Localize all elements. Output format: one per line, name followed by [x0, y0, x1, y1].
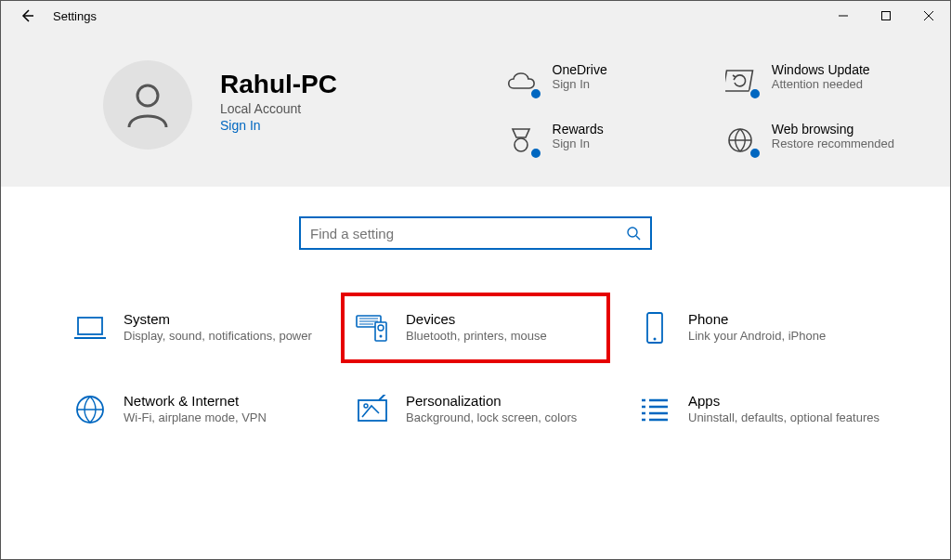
onedrive-card[interactable]: OneDrive Sign In: [502, 62, 675, 99]
category-devices[interactable]: Devices Bluetooth, printers, mouse: [341, 293, 610, 363]
svg-point-12: [654, 338, 657, 341]
card-title: Web browsing: [772, 122, 894, 137]
category-title: Apps: [688, 393, 879, 409]
category-apps[interactable]: Apps Uninstall, defaults, optional featu…: [631, 387, 885, 432]
category-sub: Background, lock screen, colors: [406, 410, 577, 424]
svg-point-1: [137, 85, 158, 106]
category-system[interactable]: System Display, sound, notifications, po…: [66, 306, 320, 350]
status-dot: [529, 87, 542, 100]
phone-icon: [643, 311, 667, 345]
svg-rect-14: [358, 400, 386, 421]
laptop-icon: [72, 314, 108, 342]
minimize-button[interactable]: [822, 1, 865, 31]
category-title: Personalization: [406, 393, 577, 409]
svg-point-5: [628, 228, 637, 237]
category-phone[interactable]: Phone Link your Android, iPhone: [631, 306, 885, 350]
category-title: System: [124, 311, 312, 327]
card-sub: Sign In: [553, 77, 607, 91]
web-browsing-card[interactable]: Web browsing Restore recommended: [722, 122, 894, 159]
devices-icon: [355, 313, 390, 343]
category-sub: Wi-Fi, airplane mode, VPN: [124, 410, 267, 424]
search-icon: [626, 226, 641, 241]
close-icon: [923, 10, 934, 21]
category-grid: System Display, sound, notifications, po…: [1, 250, 950, 432]
card-sub: Restore recommended: [772, 137, 894, 150]
card-title: Rewards: [553, 122, 604, 137]
person-icon: [120, 77, 176, 133]
category-sub: Bluetooth, printers, mouse: [406, 329, 547, 343]
category-title: Devices: [406, 311, 547, 327]
svg-point-15: [364, 404, 368, 408]
search-input[interactable]: [310, 226, 626, 241]
card-title: Windows Update: [772, 62, 870, 77]
back-button[interactable]: [8, 1, 46, 31]
arrow-left-icon: [19, 7, 35, 24]
maximize-button[interactable]: [865, 1, 907, 31]
svg-rect-2: [725, 71, 752, 91]
category-title: Phone: [688, 311, 826, 327]
user-header: Rahul-PC Local Account Sign In OneDrive …: [1, 31, 950, 187]
window-title: Settings: [53, 9, 97, 23]
svg-rect-6: [78, 318, 102, 334]
card-title: OneDrive: [553, 62, 607, 77]
card-sub: Sign In: [553, 137, 604, 150]
category-sub: Display, sound, notifications, power: [124, 329, 312, 343]
close-button[interactable]: [907, 1, 950, 31]
search-box[interactable]: [299, 216, 652, 250]
user-info: Rahul-PC Local Account Sign In: [220, 70, 337, 133]
windows-update-card[interactable]: Windows Update Attention needed: [722, 62, 894, 99]
minimize-icon: [838, 10, 849, 21]
account-type: Local Account: [220, 101, 337, 116]
search-wrap: [1, 216, 950, 250]
titlebar: Settings: [1, 1, 950, 31]
avatar[interactable]: [103, 60, 192, 150]
paint-icon: [355, 395, 390, 424]
category-title: Network & Internet: [124, 393, 267, 409]
status-dot: [749, 147, 762, 160]
globe-icon: [74, 394, 106, 425]
rewards-card[interactable]: Rewards Sign In: [502, 122, 675, 159]
status-dot: [749, 87, 762, 100]
category-sub: Uninstall, defaults, optional features: [688, 410, 879, 424]
card-sub: Attention needed: [772, 77, 870, 91]
category-sub: Link your Android, iPhone: [688, 329, 826, 343]
category-network[interactable]: Network & Internet Wi-Fi, airplane mode,…: [66, 387, 320, 432]
window-controls: [822, 1, 950, 31]
maximize-icon: [880, 10, 892, 21]
category-personalization[interactable]: Personalization Background, lock screen,…: [348, 387, 603, 432]
apps-list-icon: [638, 396, 671, 423]
svg-rect-0: [882, 12, 891, 20]
signin-link[interactable]: Sign In: [220, 118, 337, 133]
user-name: Rahul-PC: [220, 70, 337, 99]
status-dot: [529, 147, 542, 160]
quick-cards: OneDrive Sign In Windows Update Attentio…: [502, 62, 894, 159]
svg-point-3: [515, 138, 528, 151]
svg-point-10: [380, 335, 383, 338]
